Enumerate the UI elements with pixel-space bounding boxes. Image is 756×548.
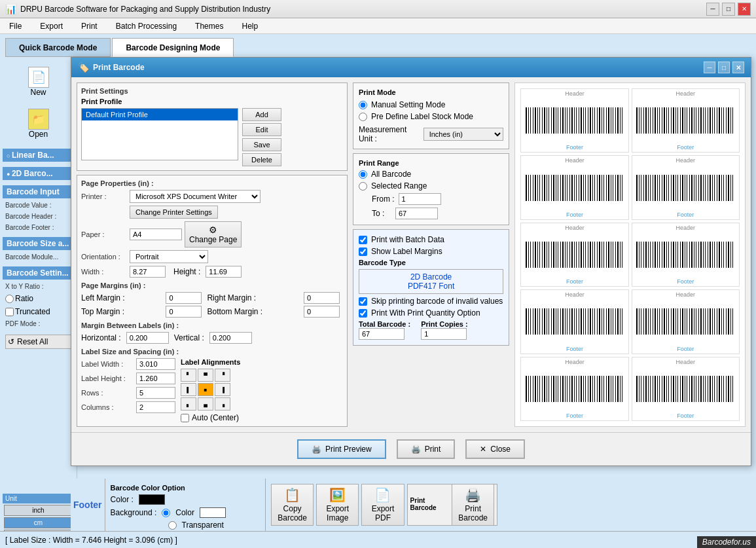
minimize-btn[interactable]: ─ <box>706 3 719 16</box>
ratio-radio[interactable] <box>5 295 14 303</box>
new-icon: 📄 <box>28 67 49 88</box>
barcode-image-2 <box>636 107 734 134</box>
tab-quick-barcode[interactable]: Quick Barcode Mode <box>5 38 111 57</box>
show-margins-check[interactable] <box>359 247 367 256</box>
dialog-maximize[interactable]: □ <box>718 62 730 73</box>
selected-range-radio[interactable] <box>359 182 367 191</box>
printer-row: Printer : Microsoft XPS Document Writer <box>81 190 343 203</box>
all-barcode-radio[interactable] <box>359 170 367 179</box>
print-barcode-btn[interactable]: 🖨️ Print Barcode <box>452 484 494 526</box>
open-button[interactable]: 📁 Open <box>3 104 74 143</box>
menu-export[interactable]: Export <box>36 20 67 32</box>
transparent-row: Transparent <box>111 521 260 530</box>
top-margin-input[interactable] <box>166 306 202 318</box>
unit-cm[interactable]: cm <box>4 517 73 528</box>
align-br[interactable]: ▗ <box>215 397 230 411</box>
barcode-value-label: Barcode Value : <box>3 201 74 210</box>
label-height-input[interactable] <box>136 373 175 384</box>
menu-file[interactable]: File <box>5 20 26 32</box>
print-barcode-dialog: 🏷️ Print Barcode ─ □ ✕ Print Settings Pr… <box>71 57 751 466</box>
bottom-margin-input[interactable] <box>304 306 340 318</box>
radio-2d[interactable]: ● 2D Barco... <box>7 171 53 177</box>
align-tc[interactable]: ▀ <box>198 369 213 382</box>
print-copies-input[interactable] <box>421 328 467 340</box>
align-bc[interactable]: ▄ <box>198 397 213 411</box>
vertical-input[interactable] <box>209 332 252 344</box>
copy-barcode-btn[interactable]: 📋 Copy Barcode <box>271 484 314 526</box>
delete-profile-btn[interactable]: Delete <box>242 153 281 166</box>
menu-batch[interactable]: Batch Processing <box>112 20 181 32</box>
total-barcode-input[interactable] <box>359 328 405 340</box>
change-page-btn[interactable]: ⚙ Change Page <box>185 221 242 247</box>
unit-inch[interactable]: inch <box>4 505 73 516</box>
color-swatch-black[interactable] <box>139 494 165 505</box>
align-mr[interactable]: ▐ <box>215 383 230 396</box>
add-profile-btn[interactable]: Add <box>242 108 281 121</box>
change-printer-btn[interactable]: Change Printer Settings <box>130 206 218 219</box>
maximize-btn[interactable]: □ <box>722 3 735 16</box>
rows-input[interactable] <box>136 387 175 399</box>
align-tr[interactable]: ▝ <box>215 369 230 382</box>
radio-linear[interactable]: ○ Linear Ba... <box>7 153 54 159</box>
barcode-header-label: Barcode Header : <box>3 212 74 221</box>
save-profile-btn[interactable]: Save <box>242 138 281 151</box>
bg-transparent-radio[interactable] <box>168 521 177 530</box>
edit-profile-btn[interactable]: Edit <box>242 123 281 136</box>
orientation-select[interactable]: Portrait <box>130 250 208 263</box>
truncated-check[interactable] <box>5 308 14 316</box>
horizontal-input[interactable] <box>126 332 169 344</box>
tab-barcode-designing[interactable]: Barcode Designing Mode <box>112 38 234 57</box>
height-input[interactable] <box>206 266 242 278</box>
profile-item-default[interactable]: Default Print Profile <box>82 109 238 120</box>
menu-help[interactable]: Help <box>238 20 262 32</box>
menu-print[interactable]: Print <box>77 20 101 32</box>
new-button[interactable]: 📄 New <box>3 62 74 101</box>
print-settings-section: Print Settings Print Profile Default Pri… <box>77 82 348 171</box>
paper-input[interactable] <box>130 228 182 240</box>
preview-cell-9: Header Footer <box>520 357 628 421</box>
label-width-input[interactable] <box>136 358 175 370</box>
close-dialog-btn[interactable]: ✕ Close <box>465 439 525 459</box>
align-tl[interactable]: ▘ <box>181 369 196 382</box>
dialog-controls: ─ □ ✕ <box>704 62 744 73</box>
left-margin-input[interactable] <box>166 292 202 304</box>
predefine-mode-radio[interactable] <box>359 113 367 121</box>
module-label: Barcode Module... <box>3 253 74 261</box>
printer-select[interactable]: Microsoft XPS Document Writer <box>130 190 261 203</box>
barcode-type-display: 2D Barcode PDF417 Font <box>359 269 503 294</box>
from-input[interactable] <box>399 193 441 205</box>
label-alignments: Label Alignments ▘ ▀ ▝ ▌ ■ ▐ <box>181 358 240 422</box>
unit-label: Unit <box>3 494 74 503</box>
predefine-mode-row: Pre Define Label Stock Mode <box>359 112 503 121</box>
export-image-btn[interactable]: 🖼️ Export Image <box>316 484 359 526</box>
align-ml[interactable]: ▌ <box>181 383 196 396</box>
align-bl[interactable]: ▖ <box>181 397 196 411</box>
manual-mode-radio[interactable] <box>359 101 367 109</box>
print-btn[interactable]: 🖨️ Print <box>397 439 456 459</box>
to-input[interactable] <box>395 208 438 219</box>
bg-color-radio[interactable] <box>162 509 170 517</box>
margins-grid: Left Margin : Right Margin : Top Margin … <box>81 292 343 318</box>
color-swatch-white[interactable] <box>200 507 226 518</box>
reset-all-btn[interactable]: ↺ Reset All <box>3 331 74 353</box>
dialog-close[interactable]: ✕ <box>732 62 744 73</box>
close-btn[interactable]: ✕ <box>738 3 751 16</box>
measurement-select[interactable]: Inches (in) <box>423 128 504 141</box>
print-quantity-check[interactable] <box>359 309 367 318</box>
align-mc[interactable]: ■ <box>198 383 213 396</box>
preview-panel: Header Footer Header Footer Header Foote… <box>514 82 746 427</box>
auto-center-check[interactable] <box>181 414 189 422</box>
dialog-minimize[interactable]: ─ <box>704 62 715 73</box>
right-margin-input[interactable] <box>304 292 340 304</box>
batch-data-check[interactable] <box>359 236 367 244</box>
bottom-toolbar-btns: 📋 Copy Barcode 🖼️ Export Image 📄 Export … <box>266 479 503 531</box>
batch-data-row: Print with Batch Data <box>359 235 503 244</box>
profile-list[interactable]: Default Print Profile <box>81 108 238 160</box>
skip-invalid-check[interactable] <box>359 297 367 306</box>
export-pdf-btn[interactable]: 📄 Export PDF <box>361 484 404 526</box>
color-row: Color : <box>111 494 260 505</box>
menu-themes[interactable]: Themes <box>191 20 227 32</box>
columns-input[interactable] <box>136 401 175 413</box>
print-preview-btn[interactable]: 🖨️ Print Preview <box>297 439 386 459</box>
width-input[interactable] <box>130 266 166 278</box>
